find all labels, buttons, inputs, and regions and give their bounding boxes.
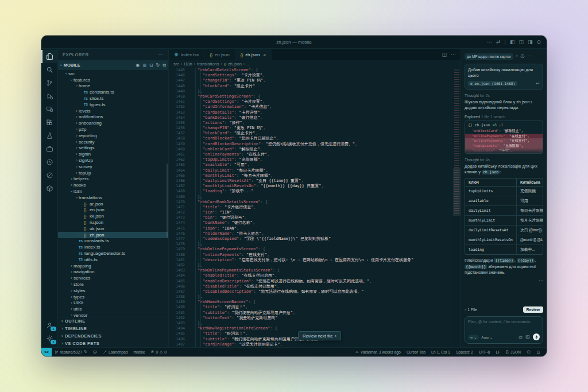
file-tree[interactable]: ›src›features›homeTSconstants.tsTSslice.… [58,70,168,317]
section-outline[interactable]: ›OUTLINE [58,317,168,325]
breadcrumb-item[interactable]: src [173,61,179,67]
tree-item-survey[interactable]: ›survey [58,164,168,170]
search-icon[interactable] [41,63,57,76]
tree-item-hooks[interactable]: ›hooks [58,182,168,188]
timer-play-icon[interactable] [41,156,57,169]
swap-tabs-icon[interactable]: ⇄ [496,40,501,45]
section-dependencies[interactable]: ›DEPENDENCIES [58,332,168,340]
tree-item-mapping[interactable]: ›mapping [58,263,168,269]
project-section-header[interactable]: › MOBILE ◉ ⊞ ⊟ ↻ ⧉ [58,60,168,70]
tree-item-ar.json[interactable]: {}ar.json [58,201,168,207]
extensions-icon[interactable] [41,116,57,129]
tree-item-store[interactable]: ›store [58,281,168,288]
tree-item-en.json[interactable]: {}en.json [58,207,168,214]
remote-indicator[interactable]: >< [41,348,52,356]
remote-explorer-icon[interactable] [41,103,57,116]
diff-header[interactable]: {} zh.json +8 -1 [465,121,543,129]
tree-item-utils[interactable]: ›utils [58,306,168,312]
settings-gear-icon[interactable]: 1 [41,332,57,345]
mode-item[interactable]: mobile [131,350,148,354]
customize-layout-icon[interactable]: ⊙ [536,40,541,45]
eol-item[interactable]: LF [493,350,503,354]
encoding-item[interactable]: UTF-8 [476,350,493,354]
record-edit-icon[interactable] [41,169,57,182]
breadcrumb-item[interactable]: translations [197,61,219,67]
more-icon[interactable]: ⋯ [487,40,492,45]
tab-en-json[interactable]: {} en.json [205,49,235,60]
tree-item-i18n[interactable]: ›i18n [58,188,168,195]
tree-item-UIKit[interactable]: ›UIKit [58,300,168,306]
restore-checkpoint-icon[interactable]: ↩ [536,81,540,86]
launchpad-item[interactable]: Launchpad [100,350,131,354]
section-vs-code-pets[interactable]: ›VS CODE PETS [58,340,168,347]
tree-item-security[interactable]: ›security [58,139,168,145]
tree-item-levels[interactable]: ›levels [58,108,168,114]
run-debug-icon[interactable] [41,90,57,103]
preview-eye-icon[interactable]: ◉ [136,63,140,68]
chat-tab[interactable]: до МР щодо лімітів картки [465,53,513,60]
breadcrumb-item[interactable]: i18n [184,61,192,67]
testing-icon[interactable] [41,129,57,142]
git-branch-item[interactable]: feature/5027 ↻ [52,350,90,354]
review-next-file-button[interactable]: Review next file › [298,331,341,340]
chat-more-icon[interactable]: ⋯ [527,54,532,59]
new-file-icon[interactable]: ⊞ [142,63,146,68]
mention-icon[interactable]: @ [519,335,523,339]
tree-item-ru.json[interactable]: {}ru.json [58,219,168,226]
explorer-more-icon[interactable]: ⋯ [158,52,164,57]
model-selector[interactable]: Auto ⌄ [481,335,493,339]
refresh-icon[interactable]: ↻ [156,63,160,68]
tree-item-signin[interactable]: ›signin [58,151,168,157]
thought-label[interactable]: Thought for 2s [465,94,543,98]
package-icon[interactable] [41,182,57,195]
language-mode-item[interactable]: {}JSON [503,350,524,354]
section-timeline[interactable]: ›TIMELINE [58,325,168,332]
review-button[interactable]: Review [523,306,543,313]
chat-input[interactable]: Plan, @ for context, / for commands ∞ ⌄ … [465,316,543,344]
explorer-icon[interactable] [41,50,57,63]
message-actions-icon[interactable]: ⋯ [465,278,543,283]
layout-sidebar-icon[interactable]: ◧ [510,40,515,45]
tree-item-services[interactable]: ›services [58,275,168,281]
tree-item-reporting[interactable]: ›reporting [58,133,168,139]
notifications-item[interactable] [533,350,543,354]
tree-item-index.ts[interactable]: TSindex.ts [58,244,168,250]
tree-item-translations[interactable]: ›translations [58,195,168,201]
tree-item-slice.ts[interactable]: TSslice.ts [58,95,168,102]
tree-item-p2p[interactable]: ›p2p [58,126,168,133]
problems-item[interactable]: ⊘0 △0 [148,350,170,354]
tree-item-types[interactable]: ›types [58,294,168,300]
tree-item-home[interactable]: ›home [58,83,168,90]
tree-scrollbar[interactable] [167,164,168,238]
screencast-item[interactable] [90,350,100,354]
accounts-icon[interactable]: 1 [41,319,57,332]
user-message[interactable]: Добав китайську локалізацію для цього ≡ … [465,64,543,90]
prettier-item[interactable] [524,350,533,354]
editor-more-icon[interactable]: ⋯ [451,52,456,57]
agent-loop-toggle[interactable]: ∞ ⌄ [468,335,479,340]
tree-item-vendor[interactable]: ›vendor [58,312,168,317]
indentation-item[interactable]: Spaces: 2 [453,350,476,354]
minimap-slider[interactable] [453,168,461,216]
minimap[interactable] [453,68,461,347]
tree-item-styles[interactable]: ›styles [58,288,168,294]
tree-item-onboarding[interactable]: ›onboarding [58,120,168,126]
attachment-chip[interactable]: ≡ en.json (1461-1468) [468,81,517,86]
blame-item[interactable]: valdemar, 3 weeks ago [352,350,404,354]
tree-item-constants.ts[interactable]: TSconstants.ts [58,89,168,95]
tab-index-tsx[interactable]: index.tsx [169,49,205,60]
layout-secondary-sidebar-icon[interactable]: ◨ [528,40,533,45]
breadcrumb-item[interactable]: … [246,61,251,67]
diff-card[interactable]: {} zh.json +8 -1 "unblockCard": "解除阻止","… [465,121,543,154]
tree-item-src[interactable]: ›src [58,71,168,77]
cursor-position-item[interactable]: Ln 1, Col 1 [428,350,453,354]
tree-item-types.ts[interactable]: TStypes.ts [58,102,168,108]
tree-item-zh.json[interactable]: {}zh.json [58,232,168,238]
history-icon[interactable] [520,54,525,59]
source-control-icon[interactable] [41,76,57,90]
tree-item-uk.json[interactable]: {}uk.json [58,226,168,232]
tree-item-utils.ts[interactable]: TSutils.ts [58,257,168,263]
voice-input-button[interactable] [533,333,540,340]
code-area[interactable]: 1445"rbkCardDetailsScreen": {1446"cardSe… [169,68,461,347]
layout-panel-icon[interactable]: ◫ [519,40,524,45]
